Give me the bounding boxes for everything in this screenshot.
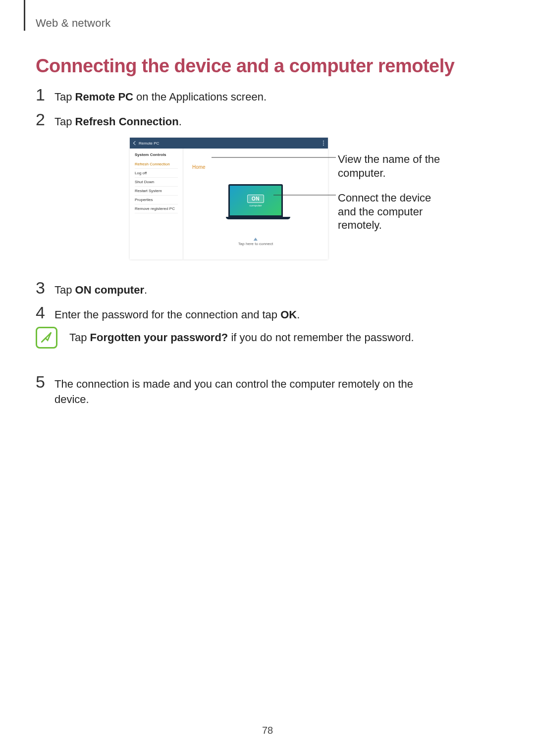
- step-number: 2: [36, 110, 46, 129]
- app-header: Remote PC: [130, 138, 328, 149]
- remote-pc-screenshot: Remote PC System Controls Refresh Connec…: [130, 138, 328, 259]
- sidebar-item-shut-down[interactable]: Shut Down: [135, 178, 178, 187]
- laptop-screen: ON computer: [228, 184, 283, 217]
- section-heading: Connecting the device and a computer rem…: [36, 55, 454, 77]
- laptop-base: [226, 217, 290, 219]
- step-2: 2 Tap Refresh Connection.: [36, 110, 442, 130]
- term-refresh-connection: Refresh Connection: [75, 115, 179, 128]
- note-text: Tap Forgotten your password? if you do n…: [69, 331, 414, 344]
- app-body: System Controls Refresh Connection Log o…: [130, 149, 328, 259]
- step-4: 4 Enter the password for the connection …: [36, 303, 442, 323]
- sidebar-item-log-off[interactable]: Log off: [135, 169, 178, 178]
- term-forgotten-password: Forgotten your password?: [90, 331, 228, 344]
- app-title: Remote PC: [139, 141, 159, 146]
- sidebar-item-properties[interactable]: Properties: [135, 196, 178, 204]
- step-number: 5: [36, 372, 46, 392]
- step-3: 3 Tap ON computer.: [36, 278, 442, 298]
- term-remote-pc: Remote PC: [75, 91, 133, 103]
- step-text: Tap ON computer.: [54, 283, 147, 298]
- sidebar-item-remove-registered-pc[interactable]: Remove registered PC: [135, 204, 178, 213]
- overflow-menu-icon[interactable]: [323, 141, 324, 146]
- term-on-computer: ON computer: [75, 284, 144, 296]
- step-text: The connection is made and you can contr…: [54, 377, 442, 407]
- callout-computer-name: View the name of the computer.: [338, 152, 452, 180]
- step-number: 3: [36, 278, 46, 298]
- callout-connect-device: Connect the device and the computer remo…: [338, 191, 452, 232]
- on-computer-sublabel: computer: [249, 204, 262, 207]
- sidebar-item-refresh-connection[interactable]: Refresh Connection: [135, 160, 178, 169]
- step-text: Tap Refresh Connection.: [54, 114, 182, 130]
- laptop-graphic: ON computer: [226, 184, 285, 219]
- main-panel: Home ON computer Tap here to connect: [183, 149, 328, 259]
- sidebar-item-restart-system[interactable]: Restart System: [135, 187, 178, 196]
- running-header: Web & network: [36, 17, 110, 30]
- step-text: Tap Remote PC on the Applications screen…: [54, 90, 267, 105]
- step-number: 1: [36, 85, 46, 104]
- page-tab-mark: [24, 0, 25, 31]
- tap-here-hint[interactable]: Tap here to connect: [238, 238, 273, 246]
- step-number: 4: [36, 303, 46, 322]
- term-ok: OK: [280, 308, 297, 321]
- step-5: 5 The connection is made and you can con…: [36, 372, 442, 407]
- back-icon[interactable]: [133, 141, 137, 145]
- system-controls-sidebar: System Controls Refresh Connection Log o…: [130, 149, 183, 259]
- on-computer-button[interactable]: ON: [247, 195, 264, 203]
- step-1: 1 Tap Remote PC on the Applications scre…: [36, 85, 442, 105]
- computer-name-label: Home: [192, 164, 206, 170]
- sidebar-section-label: System Controls: [135, 152, 178, 157]
- note-block: Tap Forgotten your password? if you do n…: [36, 327, 414, 349]
- note-icon: [36, 327, 57, 349]
- step-text: Enter the password for the connection an…: [54, 307, 300, 323]
- up-arrow-icon: [254, 238, 258, 241]
- page-number: 78: [262, 725, 273, 736]
